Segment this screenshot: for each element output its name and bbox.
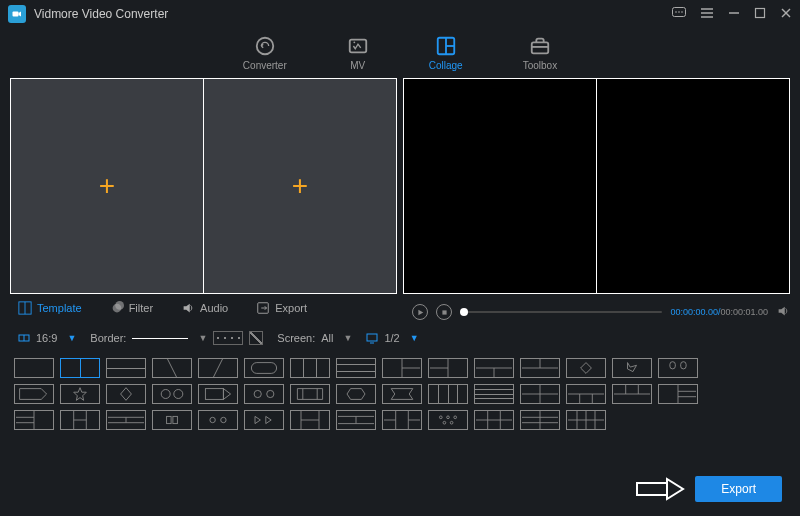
converter-icon [254, 35, 276, 57]
template-item[interactable] [14, 410, 54, 430]
template-item[interactable] [566, 358, 606, 378]
collage-icon [435, 35, 457, 57]
close-icon[interactable] [780, 7, 792, 22]
template-item[interactable] [152, 384, 192, 404]
stop-button[interactable] [436, 304, 452, 320]
template-item[interactable] [60, 410, 100, 430]
svg-point-12 [257, 38, 274, 55]
progress-bar[interactable] [460, 311, 662, 313]
template-item[interactable] [566, 384, 606, 404]
tab-toolbox[interactable]: Toolbox [523, 35, 557, 71]
template-item[interactable] [520, 358, 560, 378]
feedback-icon[interactable] [672, 7, 686, 22]
template-item[interactable] [290, 358, 330, 378]
app-title: Vidmore Video Converter [34, 7, 168, 21]
svg-point-14 [353, 41, 355, 43]
screen-label: Screen: [277, 332, 315, 344]
template-item[interactable] [198, 410, 238, 430]
collage-slot-1[interactable]: + [11, 79, 204, 293]
template-item[interactable] [612, 384, 652, 404]
template-item[interactable] [60, 384, 100, 404]
svg-point-79 [447, 416, 450, 419]
template-item[interactable] [244, 384, 284, 404]
template-item[interactable] [106, 410, 146, 430]
svg-point-2 [675, 11, 677, 13]
template-item[interactable] [60, 358, 100, 378]
template-item[interactable] [612, 358, 652, 378]
template-item[interactable] [428, 384, 468, 404]
template-item[interactable] [658, 384, 698, 404]
template-item[interactable] [382, 358, 422, 378]
tab-toolbox-label: Toolbox [523, 60, 557, 71]
template-item[interactable] [336, 384, 376, 404]
add-icon: + [99, 170, 115, 202]
svg-line-29 [214, 359, 223, 377]
template-item[interactable] [244, 410, 284, 430]
tab-collage[interactable]: Collage [429, 35, 463, 71]
template-item[interactable] [290, 410, 330, 430]
border-color-selector[interactable] [213, 331, 243, 345]
template-item[interactable] [106, 358, 146, 378]
pager[interactable]: 1/2 ▼ [366, 332, 418, 344]
template-item[interactable] [14, 358, 54, 378]
svg-point-82 [450, 421, 453, 424]
add-icon: + [292, 170, 308, 202]
collage-editor: + + [10, 78, 397, 294]
template-item[interactable] [106, 384, 146, 404]
menu-icon[interactable] [700, 7, 714, 22]
template-item[interactable] [244, 358, 284, 378]
template-item[interactable] [382, 384, 422, 404]
template-item[interactable] [14, 384, 54, 404]
template-item[interactable] [152, 358, 192, 378]
template-item[interactable] [336, 358, 376, 378]
preview-slot-1 [404, 79, 597, 293]
screen-selector[interactable]: Screen: All ▼ [277, 332, 352, 344]
template-item[interactable] [520, 410, 560, 430]
template-item[interactable] [198, 358, 238, 378]
progress-handle[interactable] [460, 308, 468, 316]
svg-line-28 [168, 359, 177, 377]
chevron-down-icon: ▼ [344, 333, 353, 343]
tab-mv[interactable]: MV [347, 35, 369, 71]
maximize-icon[interactable] [754, 7, 766, 22]
option-tab-audio[interactable]: Audio [181, 301, 228, 315]
app-logo [8, 5, 26, 23]
template-item[interactable] [198, 384, 238, 404]
tab-converter[interactable]: Converter [243, 35, 287, 71]
template-item[interactable] [428, 410, 468, 430]
collage-slot-2[interactable]: + [204, 79, 396, 293]
template-item[interactable] [428, 358, 468, 378]
minimize-icon[interactable] [728, 7, 740, 22]
aspect-ratio-selector[interactable]: 16:9 ▼ [18, 332, 76, 344]
option-tab-filter[interactable]: Filter [110, 301, 153, 315]
svg-point-67 [221, 417, 226, 422]
template-item[interactable] [566, 410, 606, 430]
template-item[interactable] [382, 410, 422, 430]
option-tab-export[interactable]: Export [256, 301, 307, 315]
template-item[interactable] [152, 410, 192, 430]
template-item[interactable] [658, 358, 698, 378]
border-style-selector[interactable] [132, 338, 188, 339]
chevron-down-icon: ▼ [410, 333, 419, 343]
export-button[interactable]: Export [695, 476, 782, 502]
chevron-down-icon: ▼ [198, 333, 207, 343]
svg-point-3 [678, 11, 680, 13]
svg-rect-41 [205, 389, 223, 400]
template-item[interactable] [474, 410, 514, 430]
template-item[interactable] [474, 358, 514, 378]
border-pattern-selector[interactable] [249, 331, 263, 345]
template-item[interactable] [290, 384, 330, 404]
play-button[interactable] [412, 304, 428, 320]
template-item[interactable] [520, 384, 560, 404]
mv-icon [347, 35, 369, 57]
template-item[interactable] [474, 384, 514, 404]
option-tab-template[interactable]: Template [18, 301, 82, 315]
svg-rect-30 [251, 363, 276, 374]
border-label: Border: [90, 332, 126, 344]
svg-point-80 [454, 416, 457, 419]
export-icon [256, 301, 270, 315]
template-item[interactable] [336, 410, 376, 430]
volume-button[interactable] [776, 304, 790, 320]
aspect-ratio-value: 16:9 [36, 332, 57, 344]
preview-pane [403, 78, 790, 294]
